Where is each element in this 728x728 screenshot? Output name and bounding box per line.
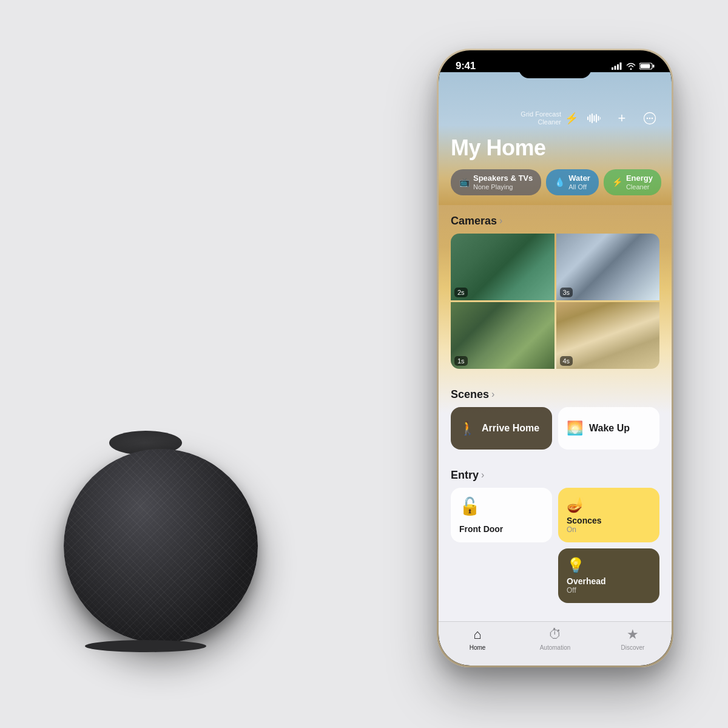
home-tab-icon: ⌂	[473, 627, 481, 642]
status-icons	[612, 62, 655, 70]
siri-button[interactable]	[584, 109, 604, 128]
sconces-card[interactable]: 🪔 Sconces On	[558, 488, 659, 542]
chip-energy[interactable]: ⚡ Energy Cleaner	[604, 169, 661, 195]
overhead-status: Off	[567, 586, 651, 595]
energy-icon: ⚡	[612, 177, 622, 187]
overhead-icon: 💡	[567, 557, 651, 574]
header-top: Grid Forecast Cleaner ⚡	[439, 72, 672, 133]
chip-water-label: Water	[568, 174, 590, 183]
overhead-card[interactable]: 💡 Overhead Off	[558, 548, 659, 603]
screen: 9:41	[439, 50, 672, 666]
chip-water-text: Water All Off	[568, 174, 590, 191]
svg-rect-1	[615, 66, 616, 70]
svg-point-15	[647, 118, 649, 120]
camera-cell-4[interactable]: 4s	[556, 302, 660, 369]
scenes-title: Scenes	[451, 388, 489, 401]
chip-speakers-label: Speakers & TVs	[473, 174, 533, 183]
ellipsis-icon	[643, 112, 656, 125]
svg-rect-2	[617, 64, 619, 70]
grid-forecast-bolt-icon: ⚡	[565, 112, 578, 125]
header-area: Grid Forecast Cleaner ⚡	[439, 72, 672, 205]
automation-tab-icon: ⏱	[548, 627, 562, 642]
cameras-title: Cameras	[451, 215, 497, 228]
svg-rect-3	[620, 62, 622, 70]
entry-title: Entry	[451, 469, 479, 482]
more-button[interactable]	[640, 109, 659, 128]
tab-home[interactable]: ⌂ Home	[439, 627, 516, 651]
sconces-icon: 🪔	[567, 496, 651, 513]
scene-background: 9:41	[0, 0, 728, 728]
scenes-chevron-icon: ›	[491, 389, 494, 400]
svg-rect-0	[612, 67, 613, 70]
entry-header[interactable]: Entry ›	[451, 459, 659, 482]
homepod-device	[49, 425, 273, 661]
camera-cell-2[interactable]: 3s	[556, 234, 660, 300]
chip-water-sublabel: All Off	[568, 183, 590, 191]
chip-speakers-sublabel: None Playing	[473, 183, 533, 191]
dynamic-island	[519, 58, 592, 78]
tab-discover[interactable]: ★ Discover	[594, 627, 672, 651]
arrive-home-card[interactable]: 🚶 Arrive Home	[451, 407, 552, 450]
svg-rect-5	[653, 65, 655, 68]
filter-chips: 📺 Speakers & TVs None Playing 💧 Water	[439, 169, 672, 205]
svg-rect-13	[600, 117, 601, 120]
front-door-card[interactable]: 🔓 Front Door	[451, 488, 552, 542]
homepod-body	[64, 449, 258, 643]
camera-badge-2: 3s	[560, 288, 573, 297]
front-door-icon: 🔓	[459, 496, 544, 516]
camera-badge-3: 1s	[454, 356, 468, 366]
grid-forecast-label1: Grid Forecast	[521, 110, 561, 118]
page-title: My Home	[439, 133, 672, 169]
wake-up-card[interactable]: 🌅 Wake Up	[558, 407, 659, 450]
svg-rect-11	[596, 114, 597, 123]
cameras-header[interactable]: Cameras ›	[451, 205, 659, 228]
scenes-header[interactable]: Scenes ›	[451, 379, 659, 401]
sconces-name: Sconces	[567, 516, 651, 525]
tab-automation[interactable]: ⏱ Automation	[516, 627, 594, 651]
cameras-chevron-icon: ›	[499, 215, 502, 226]
svg-rect-12	[598, 116, 599, 121]
waveform-icon	[587, 113, 601, 123]
front-door-name: Front Door	[459, 524, 544, 534]
water-drop-icon: 💧	[554, 177, 565, 187]
homepod-mesh	[64, 449, 258, 643]
wifi-icon	[626, 62, 636, 70]
arrive-home-label: Arrive Home	[482, 422, 539, 434]
chip-speakers[interactable]: 📺 Speakers & TVs None Playing	[451, 169, 541, 195]
svg-rect-8	[590, 115, 591, 122]
camera-cell-1[interactable]: 2s	[451, 234, 554, 300]
chip-energy-sublabel: Cleaner	[626, 183, 653, 191]
scenes-section: Scenes › 🚶 Arrive Home 🌅 Wake	[439, 379, 672, 459]
add-button[interactable]: +	[612, 109, 632, 128]
automation-tab-label: Automation	[540, 644, 571, 651]
iphone-frame: 9:41	[437, 49, 673, 667]
overhead-name: Overhead	[567, 576, 651, 586]
entry-section: Entry › 🔓 Front Door	[439, 459, 672, 613]
sconces-status: On	[567, 525, 651, 534]
grid-forecast: Grid Forecast Cleaner ⚡	[521, 110, 578, 126]
battery-icon	[639, 62, 655, 70]
svg-point-16	[649, 118, 651, 120]
grid-forecast-label2: Cleaner	[521, 118, 561, 126]
iphone-screen-container: 9:41	[439, 50, 672, 666]
speakers-icon: 📺	[459, 177, 470, 187]
scroll-area[interactable]: Cameras › 2s 3s	[439, 205, 672, 621]
header-actions: +	[584, 109, 659, 128]
chip-energy-text: Energy Cleaner	[626, 174, 653, 191]
camera-cell-3[interactable]: 1s	[451, 302, 554, 369]
homepod-base	[85, 640, 206, 652]
svg-rect-6	[641, 64, 650, 69]
wake-up-label: Wake Up	[589, 422, 630, 434]
iphone-device: 9:41	[437, 49, 673, 667]
chip-water[interactable]: 💧 Water All Off	[546, 169, 599, 195]
arrive-home-icon: 🚶	[459, 420, 476, 436]
scroll-bottom-padding	[439, 613, 672, 621]
entry-chevron-icon: ›	[481, 470, 484, 480]
wake-up-icon: 🌅	[567, 420, 583, 436]
camera-badge-1: 2s	[454, 288, 468, 297]
entry-grid: 🔓 Front Door 🪔 Sconces	[451, 488, 659, 603]
status-time: 9:41	[456, 60, 476, 72]
camera-grid: 2s 3s 1s 4s	[451, 234, 659, 369]
svg-point-17	[652, 118, 653, 120]
svg-rect-9	[592, 113, 593, 123]
